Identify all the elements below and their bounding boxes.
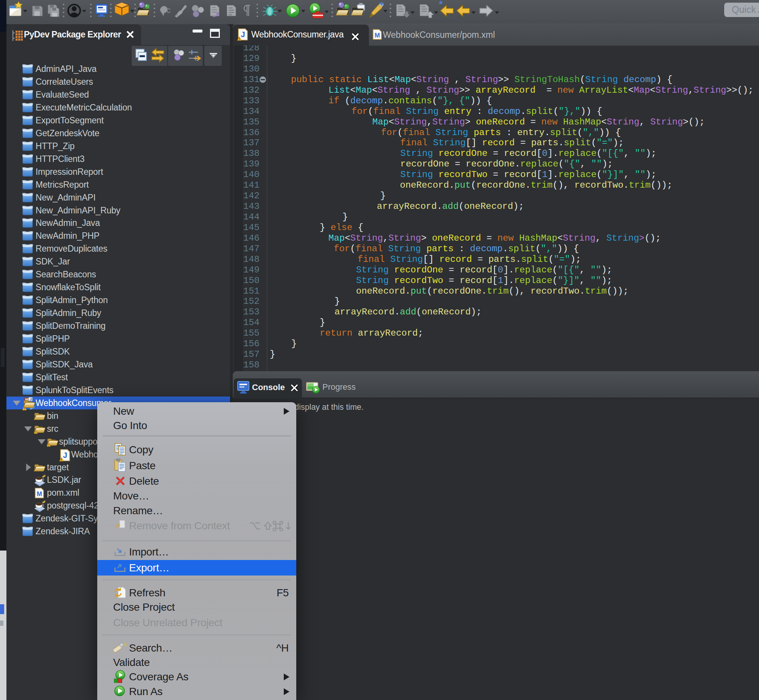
svg-text:!: ! [48, 443, 49, 447]
svg-text:J: J [30, 397, 32, 401]
svg-text:J: J [63, 451, 67, 459]
svg-text:!: ! [239, 37, 240, 41]
svg-text:C: C [167, 8, 171, 14]
svg-text:Quick Ac: Quick Ac [732, 4, 759, 15]
svg-text:!: ! [35, 430, 36, 434]
svg-text:J: J [241, 30, 245, 39]
svg-text:M: M [375, 32, 380, 39]
svg-text:!: ! [24, 406, 25, 410]
svg-text:M: M [37, 491, 42, 498]
svg-text:*: * [439, 0, 443, 10]
